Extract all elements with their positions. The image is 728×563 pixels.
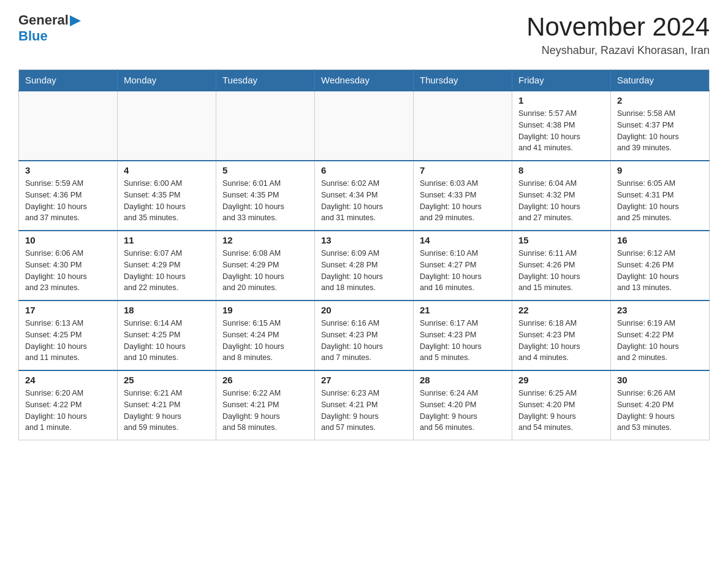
logo-general-text: General xyxy=(18,12,69,28)
day-number: 22 xyxy=(518,305,604,315)
day-info: Sunrise: 6:16 AM Sunset: 4:23 PM Dayligh… xyxy=(321,318,407,364)
day-info: Sunrise: 6:14 AM Sunset: 4:25 PM Dayligh… xyxy=(124,318,210,364)
logo-blue-text: Blue xyxy=(18,28,48,44)
day-info: Sunrise: 6:21 AM Sunset: 4:21 PM Dayligh… xyxy=(124,388,210,434)
day-info: Sunrise: 6:05 AM Sunset: 4:31 PM Dayligh… xyxy=(617,178,703,224)
title-block: November 2024 Neyshabur, Razavi Khorasan… xyxy=(526,12,710,57)
week-row-5: 24Sunrise: 6:20 AM Sunset: 4:22 PM Dayli… xyxy=(19,370,710,440)
day-number: 28 xyxy=(420,375,506,385)
calendar-cell: 22Sunrise: 6:18 AM Sunset: 4:23 PM Dayli… xyxy=(512,301,611,370)
month-title: November 2024 xyxy=(526,12,710,42)
day-number: 11 xyxy=(124,235,210,245)
day-number: 1 xyxy=(518,95,604,105)
day-number: 27 xyxy=(321,375,407,385)
day-number: 23 xyxy=(617,305,703,315)
calendar-cell: 18Sunrise: 6:14 AM Sunset: 4:25 PM Dayli… xyxy=(118,301,216,370)
calendar-cell: 25Sunrise: 6:21 AM Sunset: 4:21 PM Dayli… xyxy=(118,370,216,440)
day-number: 18 xyxy=(124,305,210,315)
day-info: Sunrise: 5:59 AM Sunset: 4:36 PM Dayligh… xyxy=(25,178,111,224)
calendar-cell: 5Sunrise: 6:01 AM Sunset: 4:35 PM Daylig… xyxy=(216,161,315,231)
day-info: Sunrise: 6:15 AM Sunset: 4:24 PM Dayligh… xyxy=(222,318,308,364)
day-info: Sunrise: 6:22 AM Sunset: 4:21 PM Dayligh… xyxy=(222,388,308,434)
day-info: Sunrise: 6:03 AM Sunset: 4:33 PM Dayligh… xyxy=(420,178,506,224)
day-number: 24 xyxy=(25,375,111,385)
calendar-cell: 1Sunrise: 5:57 AM Sunset: 4:38 PM Daylig… xyxy=(512,91,611,161)
header-friday: Friday xyxy=(512,70,611,91)
calendar-cell: 26Sunrise: 6:22 AM Sunset: 4:21 PM Dayli… xyxy=(216,370,315,440)
calendar-cell: 7Sunrise: 6:03 AM Sunset: 4:33 PM Daylig… xyxy=(414,161,512,231)
day-number: 26 xyxy=(222,375,308,385)
calendar-cell: 15Sunrise: 6:11 AM Sunset: 4:26 PM Dayli… xyxy=(512,231,611,301)
page-header: General Blue November 2024 Neyshabur, Ra… xyxy=(18,12,710,57)
day-info: Sunrise: 6:08 AM Sunset: 4:29 PM Dayligh… xyxy=(222,248,308,294)
day-info: Sunrise: 6:00 AM Sunset: 4:35 PM Dayligh… xyxy=(124,178,210,224)
calendar-cell: 16Sunrise: 6:12 AM Sunset: 4:26 PM Dayli… xyxy=(611,231,710,301)
day-number: 17 xyxy=(25,305,111,315)
day-info: Sunrise: 6:17 AM Sunset: 4:23 PM Dayligh… xyxy=(420,318,506,364)
week-row-2: 3Sunrise: 5:59 AM Sunset: 4:36 PM Daylig… xyxy=(19,161,710,231)
day-number: 21 xyxy=(420,305,506,315)
calendar-cell: 6Sunrise: 6:02 AM Sunset: 4:34 PM Daylig… xyxy=(315,161,414,231)
header-sunday: Sunday xyxy=(19,70,118,91)
day-number: 13 xyxy=(321,235,407,245)
day-info: Sunrise: 6:07 AM Sunset: 4:29 PM Dayligh… xyxy=(124,248,210,294)
calendar-cell: 2Sunrise: 5:58 AM Sunset: 4:37 PM Daylig… xyxy=(611,91,710,161)
day-number: 19 xyxy=(222,305,308,315)
calendar-table: SundayMondayTuesdayWednesdayThursdayFrid… xyxy=(18,69,710,440)
day-info: Sunrise: 6:10 AM Sunset: 4:27 PM Dayligh… xyxy=(420,248,506,294)
day-info: Sunrise: 5:57 AM Sunset: 4:38 PM Dayligh… xyxy=(518,108,604,154)
day-number: 7 xyxy=(420,165,506,175)
calendar-cell: 11Sunrise: 6:07 AM Sunset: 4:29 PM Dayli… xyxy=(118,231,216,301)
svg-marker-0 xyxy=(70,15,81,26)
calendar-cell: 3Sunrise: 5:59 AM Sunset: 4:36 PM Daylig… xyxy=(19,161,118,231)
calendar-cell: 20Sunrise: 6:16 AM Sunset: 4:23 PM Dayli… xyxy=(315,301,414,370)
calendar-cell: 8Sunrise: 6:04 AM Sunset: 4:32 PM Daylig… xyxy=(512,161,611,231)
day-number: 4 xyxy=(124,165,210,175)
day-info: Sunrise: 6:25 AM Sunset: 4:20 PM Dayligh… xyxy=(518,388,604,434)
day-info: Sunrise: 6:04 AM Sunset: 4:32 PM Dayligh… xyxy=(518,178,604,224)
day-info: Sunrise: 6:18 AM Sunset: 4:23 PM Dayligh… xyxy=(518,318,604,364)
day-info: Sunrise: 6:19 AM Sunset: 4:22 PM Dayligh… xyxy=(617,318,703,364)
calendar-cell: 17Sunrise: 6:13 AM Sunset: 4:25 PM Dayli… xyxy=(19,301,118,370)
calendar-cell: 13Sunrise: 6:09 AM Sunset: 4:28 PM Dayli… xyxy=(315,231,414,301)
day-info: Sunrise: 6:09 AM Sunset: 4:28 PM Dayligh… xyxy=(321,248,407,294)
calendar-cell: 24Sunrise: 6:20 AM Sunset: 4:22 PM Dayli… xyxy=(19,370,118,440)
calendar-cell xyxy=(216,91,315,161)
calendar-cell: 30Sunrise: 6:26 AM Sunset: 4:20 PM Dayli… xyxy=(611,370,710,440)
day-number: 29 xyxy=(518,375,604,385)
day-number: 9 xyxy=(617,165,703,175)
day-info: Sunrise: 6:11 AM Sunset: 4:26 PM Dayligh… xyxy=(518,248,604,294)
day-number: 12 xyxy=(222,235,308,245)
day-number: 16 xyxy=(617,235,703,245)
day-number: 5 xyxy=(222,165,308,175)
header-tuesday: Tuesday xyxy=(216,70,315,91)
logo: General Blue xyxy=(18,12,81,44)
day-number: 14 xyxy=(420,235,506,245)
header-saturday: Saturday xyxy=(611,70,710,91)
calendar-cell xyxy=(315,91,414,161)
day-info: Sunrise: 5:58 AM Sunset: 4:37 PM Dayligh… xyxy=(617,108,703,154)
day-number: 10 xyxy=(25,235,111,245)
calendar-cell: 29Sunrise: 6:25 AM Sunset: 4:20 PM Dayli… xyxy=(512,370,611,440)
day-info: Sunrise: 6:06 AM Sunset: 4:30 PM Dayligh… xyxy=(25,248,111,294)
day-info: Sunrise: 6:24 AM Sunset: 4:20 PM Dayligh… xyxy=(420,388,506,434)
week-row-3: 10Sunrise: 6:06 AM Sunset: 4:30 PM Dayli… xyxy=(19,231,710,301)
calendar-cell: 21Sunrise: 6:17 AM Sunset: 4:23 PM Dayli… xyxy=(414,301,512,370)
header-thursday: Thursday xyxy=(414,70,512,91)
week-row-4: 17Sunrise: 6:13 AM Sunset: 4:25 PM Dayli… xyxy=(19,301,710,370)
week-row-1: 1Sunrise: 5:57 AM Sunset: 4:38 PM Daylig… xyxy=(19,91,710,161)
location-text: Neyshabur, Razavi Khorasan, Iran xyxy=(526,44,710,57)
day-info: Sunrise: 6:26 AM Sunset: 4:20 PM Dayligh… xyxy=(617,388,703,434)
day-number: 15 xyxy=(518,235,604,245)
calendar-cell: 28Sunrise: 6:24 AM Sunset: 4:20 PM Dayli… xyxy=(414,370,512,440)
calendar-cell xyxy=(414,91,512,161)
calendar-cell: 4Sunrise: 6:00 AM Sunset: 4:35 PM Daylig… xyxy=(118,161,216,231)
day-number: 20 xyxy=(321,305,407,315)
logo-triangle-icon xyxy=(70,15,81,26)
day-number: 6 xyxy=(321,165,407,175)
day-info: Sunrise: 6:02 AM Sunset: 4:34 PM Dayligh… xyxy=(321,178,407,224)
header-wednesday: Wednesday xyxy=(315,70,414,91)
day-number: 3 xyxy=(25,165,111,175)
day-info: Sunrise: 6:13 AM Sunset: 4:25 PM Dayligh… xyxy=(25,318,111,364)
calendar-cell: 27Sunrise: 6:23 AM Sunset: 4:21 PM Dayli… xyxy=(315,370,414,440)
